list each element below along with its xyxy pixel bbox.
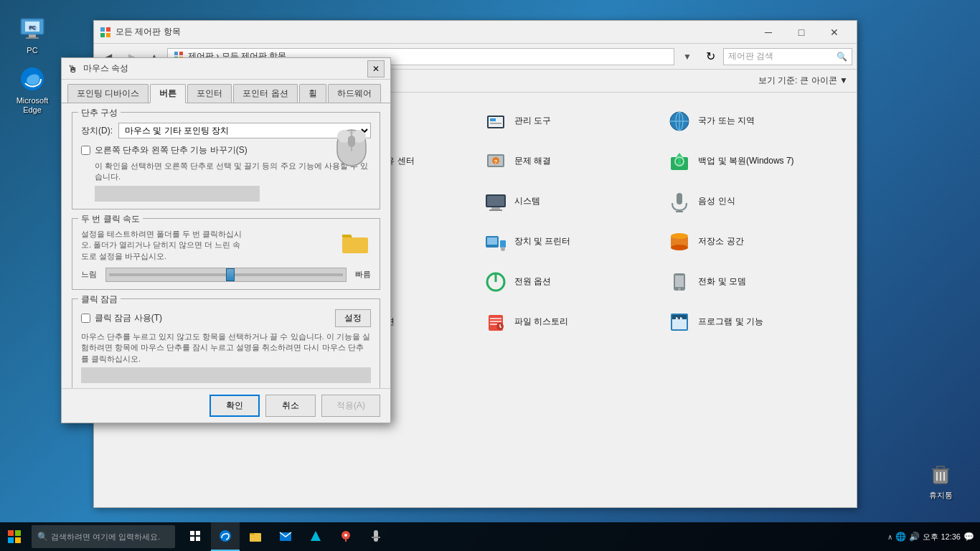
search-box[interactable]: 제어판 검색 🔍 <box>723 48 852 65</box>
switch-checkbox-row: 오른쪽 단추와 왼쪽 단추 기능 바꾸기(S) <box>81 144 371 156</box>
svg-point-78 <box>671 245 688 250</box>
mouse-properties-dialog: 🖱 마우스 속성 ✕ 포인팅 디바이스 버튼 포인터 포인터 옵션 휠 하드웨어… <box>61 57 391 423</box>
clicklock-settings-button[interactable]: 설정 <box>335 309 371 327</box>
tray-time-text: 오후 12:36 <box>923 532 961 542</box>
svg-rect-133 <box>372 537 380 538</box>
clicklock-label: 클릭 잠금 <box>78 293 121 306</box>
speech-label: 음성 인식 <box>698 196 735 207</box>
backup-label: 백업 및 복원(Windows 7) <box>698 156 793 167</box>
view-mode-select[interactable]: 큰 아이콘 ▼ <box>800 75 848 87</box>
taskbar-app-extra1[interactable] <box>301 522 330 551</box>
svg-point-77 <box>671 233 688 239</box>
svg-rect-117 <box>8 530 14 536</box>
cp-item-backup[interactable]: 백업 및 복원(Windows 7) <box>661 144 842 179</box>
region-icon <box>666 108 692 134</box>
cp-item-power[interactable]: 전원 옵션 <box>477 265 659 299</box>
cp-item-troubleshoot[interactable]: ? 문제 해결 <box>477 144 659 179</box>
cp-item-file-history[interactable]: 파일 히스토리 <box>477 305 659 339</box>
dropdown-button[interactable]: ▼ <box>677 47 697 67</box>
cp-titlebar: 모든 제어판 항목 ─ □ ✕ <box>94 21 857 44</box>
device-row: 장치(D): 마우스 및 기타 포인팅 장치 <box>81 123 371 138</box>
cp-item-devices[interactable]: 장치 및 프린터 <box>477 225 659 259</box>
svg-rect-11 <box>106 27 110 32</box>
taskbar-app-extra2[interactable] <box>362 522 390 551</box>
taskbar-apps <box>181 522 882 551</box>
cp-item-speech[interactable]: 음성 인식 <box>661 184 842 219</box>
test-folder-icon[interactable] <box>341 229 369 260</box>
cp-item-admin[interactable]: 관리 도구 <box>477 104 659 138</box>
svg-rect-101 <box>490 318 501 319</box>
svg-rect-12 <box>100 33 105 37</box>
svg-rect-64 <box>677 193 682 204</box>
taskbar-app-edge[interactable] <box>211 522 240 551</box>
desktop-icon-edge[interactable]: MicrosoftEdge <box>7 65 57 115</box>
tab-wheel[interactable]: 휠 <box>299 84 326 103</box>
dialog-close-button[interactable]: ✕ <box>367 60 385 77</box>
switch-checkbox[interactable] <box>81 146 90 155</box>
svg-rect-2 <box>29 34 36 37</box>
taskbar: 🔍 검색하려면 여기에 입력하세요. <box>0 522 980 551</box>
close-button[interactable]: ✕ <box>818 21 851 44</box>
svg-rect-14 <box>174 52 178 55</box>
tab-pointing-device[interactable]: 포인팅 디바이스 <box>67 84 149 103</box>
svg-text:▶ ▶: ▶ ▶ <box>677 316 683 320</box>
tray-volume[interactable]: 🔊 <box>909 532 920 542</box>
cancel-button[interactable]: 취소 <box>265 395 316 417</box>
taskbar-app-maps[interactable] <box>331 522 360 551</box>
svg-rect-119 <box>8 537 14 543</box>
cp-item-programs[interactable]: ▶ ▶ 프로그램 및 기능 <box>661 305 842 339</box>
taskbar-app-taskview[interactable] <box>181 522 209 551</box>
mouse-illustration <box>334 123 369 176</box>
troubleshoot-icon: ? <box>483 149 509 174</box>
svg-rect-74 <box>487 237 497 245</box>
tray-notification[interactable]: 💬 <box>963 532 974 542</box>
programs-label: 프로그램 및 기능 <box>698 316 763 328</box>
tray-network[interactable]: 🌐 <box>895 532 906 542</box>
switch-gray-area <box>95 186 260 202</box>
svg-rect-102 <box>490 321 501 322</box>
cp-item-system[interactable]: 시스템 <box>477 184 659 219</box>
desktop-icon-pc[interactable]: PC PC <box>7 14 57 55</box>
svg-rect-28 <box>490 123 501 124</box>
double-click-desc: 설정을 테스트하려면 폴더를 두 번 클릭하십시오. 폴더가 열리거나 닫히지 … <box>81 229 246 262</box>
view-label: 보기 기준: <box>758 75 798 87</box>
recycle-bin-icon[interactable]: 휴지통 <box>915 459 966 500</box>
cp-item-phone[interactable]: 전화 및 모뎀 <box>661 265 842 299</box>
taskbar-app-explorer[interactable] <box>241 522 270 551</box>
svg-rect-27 <box>490 118 496 121</box>
tab-pointer-options[interactable]: 포인터 옵션 <box>233 84 297 103</box>
start-button[interactable] <box>0 522 29 551</box>
backup-icon <box>666 149 692 174</box>
apply-button[interactable]: 적용(A) <box>321 395 380 417</box>
tab-button[interactable]: 버튼 <box>150 84 186 103</box>
tab-pointer[interactable]: 포인터 <box>187 84 232 103</box>
refresh-button[interactable]: ↻ <box>700 47 720 67</box>
svg-rect-122 <box>196 531 200 535</box>
cp-item-storage[interactable]: 저장소 공간 <box>661 225 842 259</box>
clicklock-section: 클릭 잠금 클릭 잠금 사용(T) 설정 마우스 단추를 누르고 있지 않고도 … <box>72 298 380 388</box>
dialog-tabs: 포인팅 디바이스 버튼 포인터 포인터 옵션 휠 하드웨어 <box>62 80 390 103</box>
clicklock-checkbox[interactable] <box>81 314 90 323</box>
clicklock-checkbox-label: 클릭 잠금 사용(T) <box>95 312 162 324</box>
filehistory-icon <box>483 309 509 335</box>
system-label: 시스템 <box>514 196 540 207</box>
cp-item-region[interactable]: 국가 또는 지역 <box>661 104 842 138</box>
button-config-label: 단추 구성 <box>78 107 121 119</box>
ok-button[interactable]: 확인 <box>209 395 260 417</box>
admin-icon <box>483 108 509 134</box>
svg-rect-132 <box>374 530 378 542</box>
maximize-button[interactable]: □ <box>785 21 818 44</box>
tray-show-hidden[interactable]: ∧ <box>887 533 892 541</box>
dialog-footer: 확인 취소 적용(A) <box>62 388 390 423</box>
taskbar-app-mail[interactable] <box>271 522 300 551</box>
cp-window-controls: ─ □ ✕ <box>752 21 851 44</box>
svg-rect-108 <box>672 319 687 329</box>
tab-hardware[interactable]: 하드웨어 <box>328 84 381 103</box>
speed-slider-track <box>109 273 343 276</box>
tray-time[interactable]: 오후 12:36 <box>923 532 961 542</box>
minimize-button[interactable]: ─ <box>752 21 785 44</box>
svg-rect-61 <box>487 196 504 206</box>
speed-slider-thumb[interactable] <box>226 268 235 281</box>
taskbar-search[interactable]: 🔍 검색하려면 여기에 입력하세요. <box>32 525 175 548</box>
svg-rect-3 <box>26 37 39 39</box>
